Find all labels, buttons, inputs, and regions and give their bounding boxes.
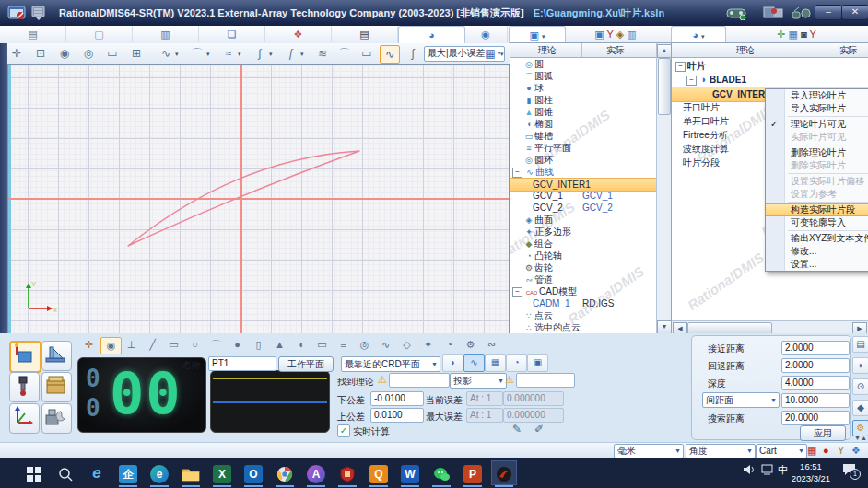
tab-graphics[interactable]: ❖ (265, 26, 332, 42)
chevron-down-icon[interactable]: ▾ (206, 51, 210, 58)
feature-torus-icon[interactable]: ◎ (355, 337, 374, 353)
tab-print[interactable]: ▤ (332, 26, 398, 42)
collapse-box[interactable]: − (512, 287, 522, 297)
tab-table[interactable]: ▥ (133, 26, 199, 42)
feature-slot-icon[interactable]: ▭ (312, 337, 332, 353)
tab-view[interactable]: ◉ (464, 26, 508, 42)
menu-set-as-reference[interactable]: 设置为参考 (766, 188, 868, 201)
calibration-button[interactable] (41, 403, 72, 434)
tab-workspace-active[interactable]: ◕ (398, 26, 465, 44)
tree-item-cad-model-group[interactable]: −CADCAD模型 (510, 285, 658, 297)
edit-icon[interactable]: ✎ (512, 423, 522, 436)
file-explorer-icon[interactable] (179, 461, 203, 484)
tree-item-cone[interactable]: ▲圆锥 (510, 106, 669, 118)
tree-item-parallel-planes[interactable]: ≡平行平面 (510, 142, 669, 154)
feature-polygon-icon[interactable]: ✦ (418, 337, 438, 353)
menu-delete-actual-blade[interactable]: 删除实际叶片 (766, 159, 868, 172)
table-display-toggle[interactable]: ▦ (485, 354, 506, 372)
chevron-down-icon[interactable]: ▾ (300, 51, 304, 58)
tree-item-polygon[interactable]: ✦正多边形 (510, 226, 669, 238)
tree-item-ellipse[interactable]: ◖椭圆 (510, 118, 669, 130)
tree-item-selected-point-cloud[interactable]: ∴选中的点云 (510, 321, 669, 333)
volume-icon[interactable] (743, 463, 756, 475)
security-app-icon[interactable] (335, 461, 359, 484)
axes-icon[interactable]: ✛ (777, 29, 785, 40)
apply-button[interactable]: 应用 (800, 425, 846, 441)
rationaldmis-taskbar-icon[interactable] (492, 461, 516, 484)
tree-item-point-cloud[interactable]: ∵点云 (510, 309, 669, 321)
crd-plane-select[interactable]: 最靠近的CRD平面▼ (341, 356, 440, 372)
feature-cone-icon[interactable]: ▲ (270, 337, 289, 353)
menu-settings[interactable]: 设置... (766, 258, 868, 271)
probe-display-toggle[interactable]: ◗ (442, 354, 463, 372)
window-layout-icon[interactable] (763, 6, 783, 20)
outlook-icon[interactable]: O (241, 461, 265, 484)
height-gauge-button[interactable] (41, 341, 72, 371)
model-display-toggle[interactable]: ▣ (527, 354, 548, 372)
coordinate-system-select[interactable]: Cart▼ (756, 444, 807, 459)
collapse-box[interactable]: − (675, 62, 686, 72)
close-button[interactable]: ✕ (841, 5, 868, 20)
scroll-up-arrow[interactable]: ▲ (657, 44, 672, 58)
probe-status-icon[interactable] (791, 6, 811, 20)
units-select[interactable]: 毫米▼ (614, 444, 684, 459)
chevron-down-icon[interactable]: ▾ (238, 51, 241, 58)
surface-tool-icon[interactable]: ⌒ (335, 45, 354, 62)
select-box-icon[interactable]: ▭ (103, 45, 122, 62)
feature-gear-icon[interactable]: ⚙ (461, 337, 480, 353)
panel-collapse-arrows[interactable]: ▼▲ (854, 435, 867, 441)
realtime-checkbox[interactable]: ✓ (337, 424, 350, 437)
grid-window-icon[interactable]: ▦ (788, 29, 797, 40)
chat-app-icon[interactable]: 企 (116, 461, 140, 484)
spacing-plane-select[interactable]: 间距面▼ (702, 392, 780, 408)
feature-parallel-planes-icon[interactable]: ≡ (334, 337, 353, 353)
tree-item-torus[interactable]: ◎圆环 (510, 154, 669, 166)
found-theory-input[interactable] (389, 373, 450, 388)
probe-y-icon[interactable]: Y (607, 29, 614, 40)
doc-search-app-icon[interactable]: Q (367, 461, 391, 484)
feature-point-icon[interactable]: ◉ (100, 337, 122, 354)
tab-windows[interactable]: ❏ (199, 26, 265, 42)
angle-select[interactable]: 角度▼ (686, 444, 756, 459)
blade-scan-tool-icon[interactable]: ∿ (380, 45, 400, 64)
machine-mode-button[interactable] (9, 341, 41, 373)
vertical-scrollbar[interactable]: ▲ ▼ (656, 43, 671, 334)
excel-icon[interactable]: X (210, 461, 234, 484)
tree-item-camshaft[interactable]: ◔凸轮轴 (510, 250, 669, 261)
probe-panel-icon[interactable]: ◗ (852, 357, 868, 374)
approach-distance-input[interactable]: 2.0000 (781, 341, 850, 355)
curve-tool-1-icon[interactable]: ∿ (157, 45, 175, 62)
feature-curve-icon[interactable]: ∿ (376, 337, 395, 353)
powerpoint-icon[interactable]: P (461, 461, 485, 484)
scrollbar-thumb[interactable] (658, 58, 671, 115)
collapse-box[interactable]: − (512, 168, 522, 178)
feature-arc-icon[interactable]: ⌒ (206, 337, 226, 353)
feature-plane-icon[interactable]: ▭ (164, 337, 183, 353)
lower-tolerance-input[interactable]: -0.0100 (370, 391, 424, 406)
feature-cam-icon[interactable]: ◔ (440, 337, 459, 353)
tree-item-group[interactable]: ◆组合 (510, 238, 669, 250)
tree-item-slot[interactable]: ▭键槽 (510, 130, 669, 142)
cube-small-icon[interactable]: ▣ (594, 29, 604, 40)
column-actual[interactable]: 实际 (606, 44, 625, 57)
tab-blade-panel[interactable]: ◕ ▾ (671, 26, 726, 44)
feature-cylinder-icon[interactable]: ▯ (249, 337, 268, 353)
menu-modify[interactable]: 修改... (766, 245, 868, 258)
start-button[interactable] (22, 461, 46, 484)
tree-item-gear[interactable]: ⚙齿轮 (510, 261, 669, 273)
render-mode-icon[interactable]: ❖ (851, 445, 861, 457)
alignment-axes-button[interactable] (9, 403, 40, 434)
network-icon[interactable] (761, 463, 774, 475)
camera-icon[interactable]: ◙ (801, 29, 807, 40)
section-tool-icon[interactable]: ≋ (313, 45, 332, 62)
probe-button[interactable] (9, 372, 40, 402)
column-theory[interactable]: 理论 (538, 44, 557, 57)
annotation-icon[interactable]: ⊞ (127, 45, 146, 62)
tree-item-circle[interactable]: ◎圆 (510, 58, 669, 70)
machine-status-icon[interactable] (726, 6, 746, 20)
feature-surface-icon[interactable]: ◇ (397, 337, 416, 353)
curve-tool-2-icon[interactable]: ⌒ (188, 45, 206, 62)
scroll-down-arrow[interactable]: ▼ (657, 320, 672, 334)
fixture-button[interactable] (41, 372, 72, 402)
taskbar-search-icon[interactable] (53, 461, 77, 484)
